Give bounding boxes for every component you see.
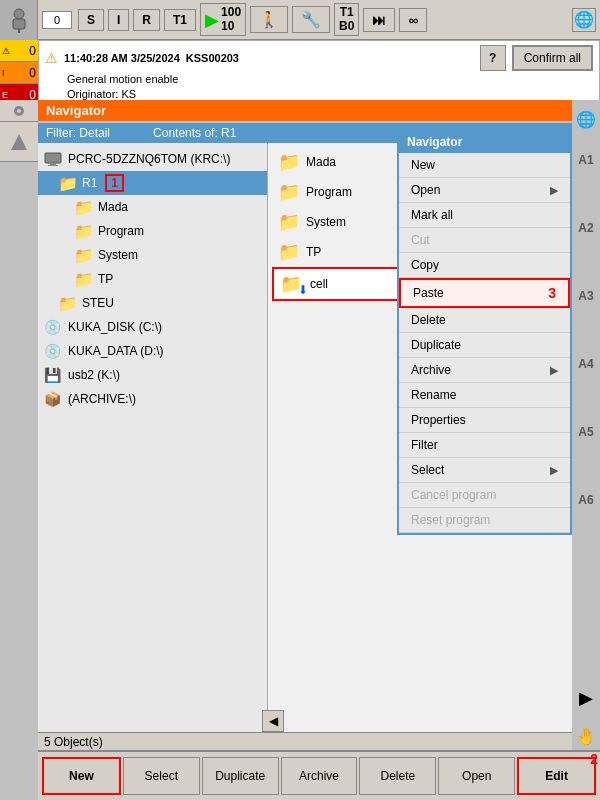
delete-label: Delete bbox=[381, 769, 416, 783]
right-hand-icon[interactable]: 🤚 bbox=[576, 727, 596, 746]
folder-icon-tp: 📁 bbox=[74, 270, 94, 288]
right-play-icon[interactable]: ▶ bbox=[579, 687, 593, 709]
ctx-item-reset-program: Reset program bbox=[399, 508, 570, 533]
folder-icon-steu: 📁 bbox=[58, 294, 78, 312]
right-sidebar: 🌐 A1 A2 A3 A4 A5 A6 ▶ 🤚 bbox=[572, 100, 600, 750]
tree-item-steu[interactable]: 📁 STEU bbox=[38, 291, 267, 315]
top-toolbar: 0 S I R T1 ▶ 100 10 🚶 🔧 T1 B0 ⏭ ∞ 🌐 bbox=[0, 0, 600, 40]
computer-icon bbox=[44, 150, 64, 168]
cell-down-arrow: ⬇ bbox=[298, 283, 308, 297]
tree-label-kuka-disk: KUKA_DISK (C:\) bbox=[68, 320, 162, 334]
tree-label-r1: R1 bbox=[82, 176, 97, 190]
select-button[interactable]: Select bbox=[123, 757, 200, 795]
ctx-item-markall[interactable]: Mark all bbox=[399, 203, 570, 228]
content-label-tp: TP bbox=[306, 245, 321, 259]
label-a5: A5 bbox=[574, 420, 598, 444]
ctx-label-select: Select bbox=[411, 463, 444, 477]
globe-icon[interactable]: 🌐 bbox=[572, 8, 596, 32]
s-button[interactable]: S bbox=[78, 9, 104, 31]
folder-icon-mada: 📁 bbox=[74, 198, 94, 216]
delete-button[interactable]: Delete bbox=[359, 757, 436, 795]
t1-label: T1 bbox=[340, 6, 354, 19]
infinity-btn[interactable]: ∞ bbox=[399, 8, 427, 32]
ctx-label-properties: Properties bbox=[411, 413, 466, 427]
edit-badge: 2 bbox=[590, 751, 598, 767]
svg-rect-6 bbox=[45, 153, 61, 163]
ctx-label-cancel-program: Cancel program bbox=[411, 488, 496, 502]
ctx-item-paste[interactable]: Paste 3 bbox=[399, 278, 570, 308]
tree-item-r1[interactable]: 📁 R1 1 bbox=[38, 171, 267, 195]
folder-icon-program: 📁 bbox=[74, 222, 94, 240]
open-button[interactable]: Open bbox=[438, 757, 515, 795]
ctx-item-filter[interactable]: Filter bbox=[399, 433, 570, 458]
context-menu-header: Navigator bbox=[399, 130, 570, 153]
svg-point-4 bbox=[17, 109, 21, 113]
bottom-bar: New Select Duplicate Archive Delete Open… bbox=[38, 750, 600, 800]
walk-btn[interactable]: 🚶 bbox=[250, 6, 288, 33]
ctx-item-rename[interactable]: Rename bbox=[399, 383, 570, 408]
drive-icon-d: 💿 bbox=[44, 342, 64, 360]
tree-item-system[interactable]: 📁 System bbox=[38, 243, 267, 267]
left-sidebar-icons bbox=[0, 100, 38, 162]
ctx-label-rename: Rename bbox=[411, 388, 456, 402]
edit-button[interactable]: Edit 2 bbox=[517, 757, 596, 795]
tree-label-mada: Mada bbox=[98, 200, 128, 214]
ctx-item-select[interactable]: Select ▶ bbox=[399, 458, 570, 483]
r-button[interactable]: R bbox=[133, 9, 160, 31]
svg-rect-7 bbox=[50, 163, 56, 165]
new-button[interactable]: New bbox=[42, 757, 121, 795]
confirm-all-button[interactable]: Confirm all bbox=[512, 45, 593, 71]
tree-item-kuka-disk[interactable]: 💿 KUKA_DISK (C:\) bbox=[38, 315, 267, 339]
content-folder-tp: 📁 bbox=[278, 241, 300, 263]
svg-point-0 bbox=[14, 9, 24, 19]
help-button[interactable]: ? bbox=[480, 45, 506, 71]
play-speed-btn[interactable]: ▶ 100 10 bbox=[200, 3, 246, 35]
ctx-item-open[interactable]: Open ▶ bbox=[399, 178, 570, 203]
ind-yellow-1: ⚠0 bbox=[0, 40, 38, 62]
i-button[interactable]: I bbox=[108, 9, 129, 31]
content-label-mada: Mada bbox=[306, 155, 336, 169]
tree-label-usb2: usb2 (K:\) bbox=[68, 368, 120, 382]
t1-button[interactable]: T1 bbox=[164, 9, 196, 31]
globe-side-icon: 🌐 bbox=[576, 110, 596, 129]
ctx-item-new[interactable]: New bbox=[399, 153, 570, 178]
ctx-item-cancel-program: Cancel program bbox=[399, 483, 570, 508]
ctx-item-delete[interactable]: Delete bbox=[399, 308, 570, 333]
content-label-system: System bbox=[306, 215, 346, 229]
label-a1: A1 bbox=[574, 148, 598, 172]
side-icon-2[interactable] bbox=[0, 122, 38, 162]
context-menu: Navigator New Open ▶ Mark all Cut Copy P… bbox=[397, 128, 572, 535]
label-a2: A2 bbox=[574, 216, 598, 240]
warning-icon: ⚠ bbox=[45, 50, 58, 66]
archive-button[interactable]: Archive bbox=[281, 757, 358, 795]
svg-rect-8 bbox=[48, 165, 58, 166]
object-count: 5 Object(s) bbox=[44, 735, 103, 749]
tree-item-usb2[interactable]: 💾 usb2 (K:\) bbox=[38, 363, 267, 387]
r1-badge: 1 bbox=[105, 174, 124, 192]
ctx-item-copy[interactable]: Copy bbox=[399, 253, 570, 278]
duplicate-button[interactable]: Duplicate bbox=[202, 757, 279, 795]
usb-icon: 💾 bbox=[44, 366, 64, 384]
status-time: 11:40:28 AM 3/25/2024 bbox=[64, 52, 180, 64]
skip-fwd-btn[interactable]: ⏭ bbox=[363, 8, 395, 32]
status-originator: Originator: KS bbox=[67, 88, 136, 100]
tree-item-mada[interactable]: 📁 Mada bbox=[38, 195, 267, 219]
tree-label-tp: TP bbox=[98, 272, 113, 286]
ctx-item-duplicate[interactable]: Duplicate bbox=[399, 333, 570, 358]
tree-item-archive[interactable]: 📦 (ARCHIVE:\) bbox=[38, 387, 267, 411]
tree-item-kuka-data[interactable]: 💿 KUKA_DATA (D:\) bbox=[38, 339, 267, 363]
ctx-label-open: Open bbox=[411, 183, 440, 197]
tree-item-tp[interactable]: 📁 TP bbox=[38, 267, 267, 291]
tree-root[interactable]: PCRC-5DZZNQ6TOM (KRC:\) bbox=[38, 147, 267, 171]
sidebar-globe[interactable]: 🌐 bbox=[576, 104, 596, 134]
content-label-program: Program bbox=[306, 185, 352, 199]
side-icon-1[interactable] bbox=[0, 100, 38, 122]
open-label: Open bbox=[462, 769, 491, 783]
ctx-item-properties[interactable]: Properties bbox=[399, 408, 570, 433]
scroll-left-button[interactable]: ◀ bbox=[262, 710, 284, 732]
wrench-btn[interactable]: 🔧 bbox=[292, 6, 330, 33]
status-area: ⚠0 I0 E0 i0 ⚠ 11:40:28 AM 3/25/2024 KSS0… bbox=[0, 40, 600, 106]
tree-label-program: Program bbox=[98, 224, 144, 238]
tree-item-program[interactable]: 📁 Program bbox=[38, 219, 267, 243]
ctx-item-archive[interactable]: Archive ▶ bbox=[399, 358, 570, 383]
